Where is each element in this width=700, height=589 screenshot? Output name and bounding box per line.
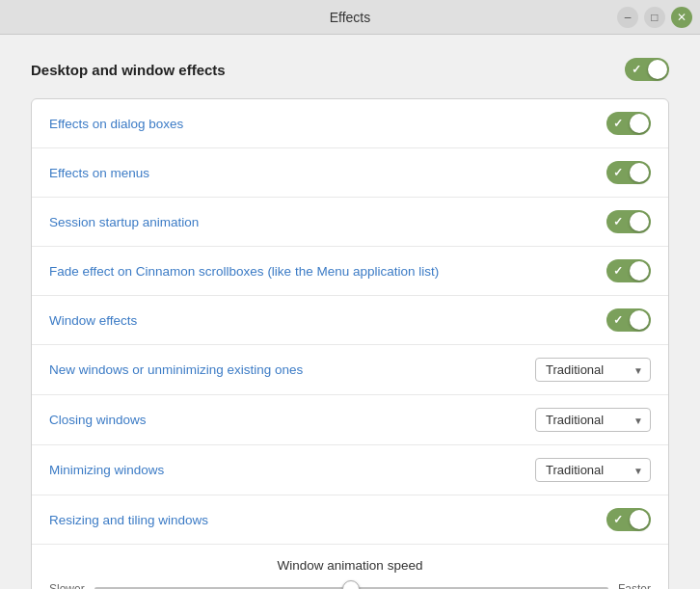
minimizing-windows-label: Minimizing windows: [49, 463, 164, 477]
window-effects-track: ✓: [606, 308, 651, 332]
desktop-effects-check: ✓: [632, 63, 641, 76]
window-title: Effects: [330, 10, 371, 25]
setting-row-window-effects: Window effects ✓: [32, 296, 668, 345]
settings-box: Effects on dialog boxes ✓ Effects on men…: [31, 98, 669, 589]
section-header: Desktop and window effects ✓: [31, 58, 669, 81]
effects-window: Effects – □ ✕ Desktop and window effects…: [0, 0, 700, 589]
setting-row-effects-menus: Effects on menus ✓: [32, 148, 668, 198]
session-startup-check: ✓: [613, 215, 623, 228]
desktop-effects-track: ✓: [625, 58, 669, 81]
effects-menus-check: ✓: [613, 166, 623, 179]
resizing-windows-toggle[interactable]: ✓: [606, 508, 651, 531]
setting-row-resizing-windows: Resizing and tiling windows ✓: [32, 495, 668, 545]
speed-section: Window animation speed Slower Faster: [32, 545, 668, 589]
effects-dialog-toggle[interactable]: ✓: [606, 112, 651, 135]
effects-dialog-check: ✓: [613, 117, 623, 130]
closing-windows-dropdown[interactable]: Traditional None Fly In Random: [535, 408, 651, 432]
content-area: Desktop and window effects ✓ Effects on …: [0, 35, 700, 589]
resizing-windows-check: ✓: [613, 513, 623, 526]
close-button[interactable]: ✕: [671, 7, 692, 28]
maximize-button[interactable]: □: [644, 7, 665, 28]
section-title: Desktop and window effects: [31, 62, 226, 78]
session-startup-label: Session startup animation: [49, 215, 199, 229]
setting-row-fade-cinnamon: Fade effect on Cinnamon scrollboxes (lik…: [32, 247, 668, 296]
minimize-button[interactable]: –: [617, 7, 638, 28]
closing-windows-label: Closing windows: [49, 413, 147, 427]
new-windows-dropdown-wrapper: Traditional None Fly In Random: [535, 358, 651, 382]
session-startup-toggle[interactable]: ✓: [606, 210, 651, 233]
fade-cinnamon-track: ✓: [606, 259, 651, 282]
resizing-windows-label: Resizing and tiling windows: [49, 513, 208, 527]
window-effects-toggle[interactable]: ✓: [606, 308, 651, 332]
speed-title: Window animation speed: [49, 558, 651, 573]
resizing-windows-track: ✓: [606, 508, 651, 531]
window-effects-label: Window effects: [49, 313, 137, 328]
new-windows-label: New windows or unminimizing existing one…: [49, 362, 303, 377]
effects-dialog-label: Effects on dialog boxes: [49, 117, 183, 131]
titlebar-controls: – □ ✕: [615, 7, 692, 28]
faster-label: Faster: [618, 582, 651, 589]
new-windows-dropdown[interactable]: Traditional None Fly In Random: [535, 358, 651, 382]
window-effects-check: ✓: [613, 313, 623, 327]
setting-row-session-startup: Session startup animation ✓: [32, 198, 668, 247]
fade-cinnamon-toggle[interactable]: ✓: [606, 259, 651, 282]
effects-menus-track: ✓: [606, 161, 651, 184]
setting-row-effects-dialog: Effects on dialog boxes ✓: [32, 99, 668, 148]
session-startup-track: ✓: [606, 210, 651, 233]
setting-row-closing-windows: Closing windows Traditional None Fly In …: [32, 395, 668, 445]
slower-label: Slower: [49, 582, 85, 589]
minimizing-windows-dropdown-wrapper: Traditional None Fly In Random: [535, 458, 651, 482]
effects-dialog-track: ✓: [606, 112, 651, 135]
effects-menus-toggle[interactable]: ✓: [606, 161, 651, 184]
desktop-effects-toggle[interactable]: ✓: [625, 58, 669, 81]
setting-row-new-windows: New windows or unminimizing existing one…: [32, 345, 668, 395]
slider-row: Slower Faster: [49, 582, 651, 589]
titlebar: Effects – □ ✕: [0, 0, 700, 35]
minimizing-windows-dropdown[interactable]: Traditional None Fly In Random: [535, 458, 651, 482]
fade-cinnamon-label: Fade effect on Cinnamon scrollboxes (lik…: [49, 264, 439, 279]
effects-menus-label: Effects on menus: [49, 166, 149, 180]
fade-cinnamon-check: ✓: [613, 264, 623, 278]
setting-row-minimizing-windows: Minimizing windows Traditional None Fly …: [32, 445, 668, 495]
closing-windows-dropdown-wrapper: Traditional None Fly In Random: [535, 408, 651, 432]
